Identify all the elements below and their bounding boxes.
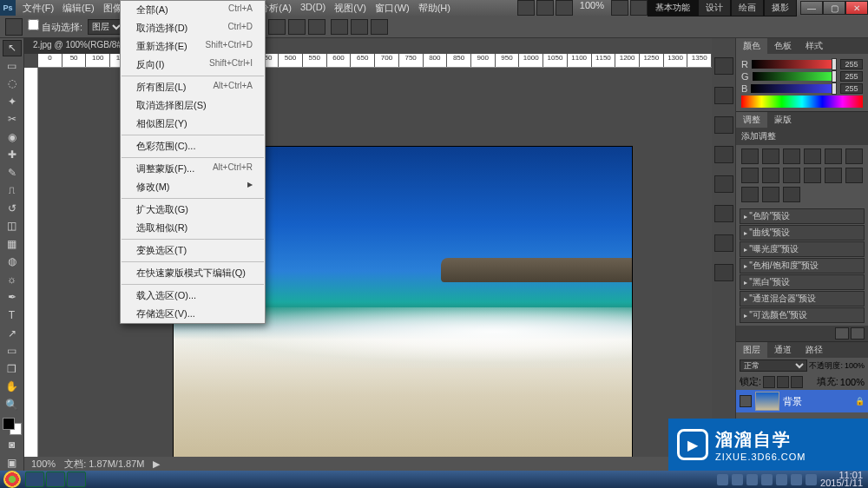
minimize-button[interactable]: — [800,1,823,15]
menu-item-相似图层(Y)[interactable]: 相似图层(Y) [121,115,265,133]
styles-tab[interactable]: 样式 [799,38,830,54]
adj-curves-icon[interactable] [783,148,800,164]
menu-item-所有图层(L)[interactable]: 所有图层(L)Alt+Ctrl+A [121,78,265,96]
tool-wand[interactable]: ✦ [3,94,22,110]
mb-icon-3[interactable] [556,0,573,16]
value-r[interactable]: 255 [840,59,863,69]
tool-brush[interactable]: ✎ [3,165,22,181]
tool-move[interactable]: ↖ [3,40,22,56]
para-panel-icon[interactable] [714,205,733,222]
history-panel-icon[interactable] [714,57,733,75]
menu-item-取消选择(D)[interactable]: 取消选择(D)Ctrl+D [121,19,265,37]
adj-poster-icon[interactable] [845,168,863,183]
tool-crop[interactable]: ✂ [3,111,22,128]
slider-g[interactable] [753,72,837,81]
tool-heal[interactable]: ✚ [3,147,22,163]
tool-type[interactable]: T [3,307,22,324]
preset-item[interactable]: "色相/饱和度"预设 [740,258,865,274]
value-b[interactable]: 255 [840,83,863,94]
visibility-eye-icon[interactable] [740,395,752,407]
menu-help[interactable]: 帮助(H) [415,0,454,16]
tool-hand[interactable]: ✋ [3,379,22,395]
layer-row[interactable]: 背景 🔒 [736,390,868,412]
menu-view[interactable]: 视图(V) [331,0,370,16]
auto-select-checkbox[interactable]: 自动选择: [28,19,82,34]
screen-mode-toggle[interactable]: ▣ [3,455,22,472]
menu-item-在快速蒙版模式下编辑(Q)[interactable]: 在快速蒙版模式下编辑(Q) [121,264,265,282]
tool-marquee[interactable]: ▭ [3,58,22,75]
menu-item-修改(M)[interactable]: 修改(M) [121,178,265,196]
tray-icon[interactable] [732,474,743,485]
menu-file[interactable]: 文件(F) [19,0,57,16]
slider-b[interactable] [751,84,837,93]
tool-gradient[interactable]: ▦ [3,236,22,253]
adj-invert-icon[interactable] [825,168,842,183]
slider-r[interactable] [752,60,837,69]
paths-tab[interactable]: 路径 [799,342,830,358]
clone-panel-icon[interactable] [714,146,733,163]
close-button[interactable]: ✕ [845,1,868,15]
tool-pen[interactable]: ✒ [3,289,22,306]
tool-history-brush[interactable]: ↺ [3,201,22,217]
adj-thresh-icon[interactable] [741,187,759,202]
mb-icon-5[interactable] [630,0,648,16]
workspace-design[interactable]: 设计 [698,0,731,16]
tool-shape[interactable]: ▭ [3,343,22,359]
actions-panel-icon[interactable] [714,87,733,104]
opacity-value[interactable]: 100% [845,361,865,370]
lock-position-icon[interactable] [777,376,789,388]
adj-select-icon[interactable] [783,187,800,202]
dist-icon-3[interactable] [371,19,388,35]
document-tab[interactable]: 2.jpg @ 100%(RGB/8#) [24,38,134,54]
tool-dodge[interactable]: ☼ [3,272,22,288]
taskbar-clock[interactable]: 11:012015/1/11 [820,472,863,487]
mask-tab[interactable]: 蒙版 [767,112,799,128]
adj-levels-icon[interactable] [762,148,779,164]
align-icon-4[interactable] [268,19,286,35]
tool-zoom[interactable]: 🔍 [3,396,22,412]
workspace-photo[interactable]: 摄影 [764,0,797,16]
mb-icon-4[interactable] [611,0,628,16]
auto-select-target[interactable]: 图层 [88,19,124,35]
color-spectrum[interactable] [741,96,863,108]
tray-icon[interactable] [776,474,787,485]
adj-footer-icon[interactable] [835,327,849,340]
status-zoom[interactable]: 100% [31,458,56,469]
tray-icon[interactable] [806,474,817,485]
menu-item-变换选区(T)[interactable]: 变换选区(T) [121,241,265,260]
layers-tab[interactable]: 图层 [736,342,767,358]
tool-lasso[interactable]: ◌ [3,76,22,92]
adjust-tab[interactable]: 调整 [736,112,767,128]
workspace-essentials[interactable]: 基本功能 [648,0,698,16]
dist-icon-1[interactable] [331,19,348,35]
adj-brightness-icon[interactable] [741,148,759,164]
preset-item[interactable]: "色阶"预设 [740,208,865,224]
adj-grad-icon[interactable] [762,187,779,202]
adj-exposure-icon[interactable] [804,148,821,164]
color-tab[interactable]: 颜色 [736,38,767,54]
layer-name[interactable]: 背景 [783,395,802,408]
workspace-paint[interactable]: 绘画 [731,0,764,16]
taskbar-app-3[interactable] [67,472,86,487]
mb-icon-1[interactable] [517,0,535,16]
tool-blur[interactable]: ◍ [3,254,22,270]
quick-mask-toggle[interactable]: ◙ [3,437,22,453]
layer-thumbnail[interactable] [755,392,779,411]
align-icon-5[interactable] [288,19,306,35]
blend-mode-select[interactable]: 正常 [740,359,807,372]
tool-eraser[interactable]: ◫ [3,218,22,234]
start-button[interactable] [3,471,21,488]
preset-item[interactable]: "黑白"预设 [740,274,865,290]
status-doc-size[interactable]: 文档: 1.87M/1.87M [64,458,144,471]
preset-item[interactable]: "可选颜色"预设 [740,307,865,323]
adj-bw-icon[interactable] [762,168,779,183]
align-icon-6[interactable] [308,19,326,35]
current-tool-icon[interactable] [5,18,23,36]
mb-icon-2[interactable] [536,0,554,16]
maximize-button[interactable]: ▢ [823,1,845,15]
brush-panel-icon[interactable] [714,116,733,134]
nav-panel-icon[interactable] [714,234,733,252]
tool-3d[interactable]: ❒ [3,360,22,377]
menu-item-载入选区(O)...[interactable]: 载入选区(O)... [121,287,265,305]
adj-mixer-icon[interactable] [804,168,821,183]
